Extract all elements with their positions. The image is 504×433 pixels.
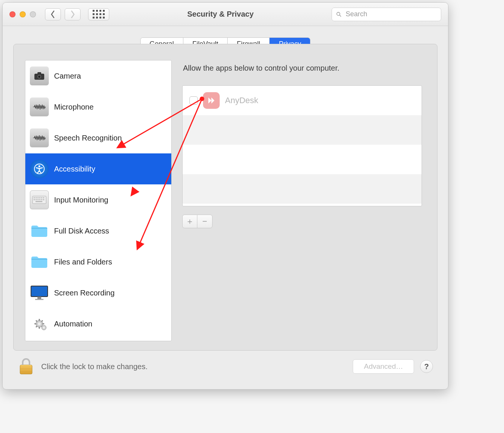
privacy-categories-sidebar[interactable]: Camera Microphone Speech Recognition <box>25 60 172 341</box>
svg-rect-17 <box>34 199 35 200</box>
svg-rect-26 <box>31 286 48 297</box>
search-icon <box>336 11 342 18</box>
sidebar-item-label: Input Monitoring <box>54 196 108 204</box>
svg-point-30 <box>38 322 41 325</box>
app-row-empty <box>183 145 422 174</box>
sidebar-item-files-and-folders[interactable]: Files and Folders <box>25 246 171 277</box>
svg-rect-12 <box>36 197 37 198</box>
svg-rect-18 <box>36 199 37 200</box>
chevron-left-icon <box>50 11 56 18</box>
sidebar-item-label: Screen Recording <box>54 289 115 297</box>
sidebar-item-full-disk-access[interactable]: Full Disk Access <box>25 215 171 246</box>
search-input[interactable] <box>345 10 437 19</box>
sidebar-item-label: Full Disk Access <box>54 227 109 235</box>
microphone-icon <box>30 97 49 116</box>
svg-rect-14 <box>39 197 40 198</box>
remove-app-button[interactable]: − <box>197 215 212 228</box>
svg-point-5 <box>38 76 40 78</box>
right-detail-pane: Allow the apps below to control your com… <box>178 60 426 341</box>
app-name-label: AnyDesk <box>225 96 258 105</box>
svg-point-0 <box>337 12 340 15</box>
svg-line-35 <box>36 320 37 322</box>
svg-rect-16 <box>43 197 44 198</box>
svg-rect-23 <box>36 201 42 202</box>
gear-icon <box>30 314 49 333</box>
minimize-window-button[interactable] <box>20 11 26 17</box>
privacy-panel: Camera Microphone Speech Recognition <box>13 44 437 351</box>
lock-row: Click the lock to make changes. <box>18 357 147 376</box>
lock-icon[interactable] <box>18 357 34 376</box>
svg-rect-28 <box>35 299 43 300</box>
add-app-button[interactable]: ＋ <box>183 215 197 228</box>
svg-line-38 <box>36 326 37 327</box>
add-remove-buttons: ＋ − <box>182 215 212 228</box>
svg-rect-13 <box>37 197 39 198</box>
footer: Click the lock to make changes. Advanced… <box>13 351 437 381</box>
forward-button[interactable] <box>65 8 81 20</box>
zoom-window-button[interactable] <box>30 11 36 17</box>
keyboard-icon <box>30 190 49 209</box>
folder-icon <box>30 252 49 271</box>
titlebar: Security & Privacy <box>3 3 448 26</box>
svg-point-9 <box>39 165 40 167</box>
lock-hint-label: Click the lock to make changes. <box>41 362 147 371</box>
sidebar-item-label: Accessibility <box>54 165 95 173</box>
minus-icon: − <box>202 216 207 226</box>
svg-line-37 <box>42 320 43 322</box>
app-row-anydesk[interactable]: AnyDesk <box>183 86 422 115</box>
app-row-empty <box>183 115 422 145</box>
window-title: Security & Privacy <box>113 10 328 19</box>
accessibility-icon <box>30 159 49 178</box>
sidebar-item-label: Files and Folders <box>54 258 112 266</box>
plus-icon: ＋ <box>186 216 194 227</box>
sidebar-item-camera[interactable]: Camera <box>25 60 171 91</box>
back-button[interactable] <box>45 8 61 20</box>
svg-rect-3 <box>37 72 41 74</box>
window-body: General FileVault Firewall Privacy Camer… <box>3 26 448 389</box>
sidebar-item-speech-recognition[interactable]: Speech Recognition <box>25 122 171 153</box>
svg-rect-15 <box>41 197 42 198</box>
app-checkbox[interactable] <box>189 96 198 105</box>
sidebar-item-accessibility[interactable]: Accessibility <box>25 153 171 184</box>
svg-line-1 <box>340 15 341 16</box>
svg-rect-20 <box>39 199 40 200</box>
sidebar-item-label: Camera <box>54 72 81 80</box>
chevron-right-icon <box>70 11 75 18</box>
sidebar-item-input-monitoring[interactable]: Input Monitoring <box>25 184 171 215</box>
camera-icon <box>30 66 49 85</box>
system-preferences-window: Security & Privacy General FileVault Fir… <box>2 2 448 390</box>
show-all-button[interactable] <box>88 8 109 20</box>
sidebar-item-automation[interactable]: Automation <box>25 308 171 339</box>
footer-right: Advanced… ? <box>353 359 433 374</box>
svg-rect-24 <box>31 228 47 229</box>
grid-icon <box>93 10 105 19</box>
help-button[interactable]: ? <box>420 360 433 373</box>
sidebar-item-label: Automation <box>54 320 92 328</box>
search-field-wrapper[interactable] <box>332 8 441 21</box>
svg-rect-21 <box>41 199 42 200</box>
svg-rect-27 <box>37 297 41 299</box>
svg-rect-45 <box>20 365 32 374</box>
advanced-button[interactable]: Advanced… <box>353 359 414 374</box>
apps-list: AnyDesk <box>182 85 422 206</box>
close-window-button[interactable] <box>9 11 16 17</box>
pane-description: Allow the apps below to control your com… <box>182 62 422 77</box>
anydesk-icon <box>203 92 220 109</box>
speech-recognition-icon <box>30 128 49 147</box>
svg-point-40 <box>43 326 45 329</box>
app-row-empty <box>183 174 422 204</box>
window-controls <box>9 11 36 17</box>
sidebar-item-microphone[interactable]: Microphone <box>25 91 171 122</box>
folder-icon <box>30 221 49 240</box>
sidebar-item-screen-recording[interactable]: Screen Recording <box>25 277 171 308</box>
sidebar-item-label: Speech Recognition <box>54 134 122 142</box>
sidebar-item-label: Microphone <box>54 103 94 111</box>
svg-rect-22 <box>43 199 44 200</box>
display-icon <box>30 283 49 302</box>
svg-rect-25 <box>31 259 47 260</box>
svg-rect-19 <box>37 199 39 200</box>
svg-rect-11 <box>34 197 35 198</box>
